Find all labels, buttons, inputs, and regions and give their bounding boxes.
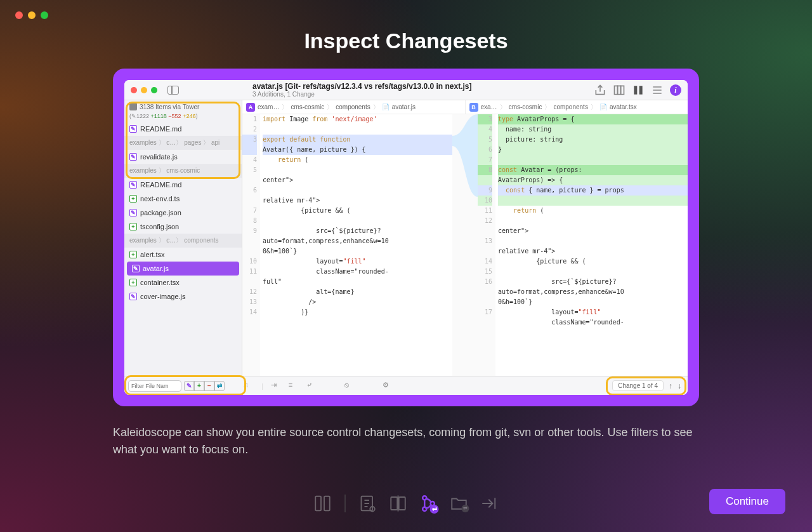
tour-nav-icons: ⇄ ⇄: [312, 493, 501, 514]
list-num-icon[interactable]: ≡: [289, 381, 299, 391]
file-item[interactable]: +alert.tsx: [124, 248, 242, 262]
tour-icon-text[interactable]: [357, 493, 379, 514]
columns-icon[interactable]: [613, 84, 625, 96]
filter-buttons[interactable]: ✎+−⇄: [184, 381, 225, 391]
list-icon[interactable]: [651, 84, 664, 96]
svg-rect-3: [315, 496, 321, 511]
svg-rect-4: [324, 496, 330, 511]
indent-icon[interactable]: ⇥: [271, 381, 281, 391]
change-counter: Change 1 of 4: [612, 380, 664, 391]
file-item[interactable]: +container.tsx: [124, 276, 242, 289]
next-change-button[interactable]: ↓: [678, 382, 681, 390]
outer-traffic-lights[interactable]: [15, 11, 48, 19]
filter-input[interactable]: [128, 380, 181, 392]
svg-rect-2: [621, 86, 624, 94]
breadcrumb-a[interactable]: A exam…〉 cms-cosmic〉 components〉 📄avatar…: [242, 100, 465, 114]
page-description: Kaleidoscope can show you entire source …: [113, 424, 697, 458]
sidebar-toggle-icon[interactable]: [167, 86, 179, 95]
right-pane[interactable]: 34567891011121314151617 type AvatarProps…: [478, 114, 688, 376]
file-item[interactable]: +tsconfig.json: [124, 220, 242, 234]
sidebar-crumb: examples 〉 cms-cosmic: [124, 164, 242, 178]
tower-icon: [129, 103, 137, 110]
settings-icon[interactable]: ⚙: [383, 381, 393, 391]
diff-bridge: [452, 114, 478, 376]
bottom-bar: ✎+−⇄ ⎍ | ⇥ ≡ ⤶ ⦸ ⚙ Change 1 of 4 ↑ ↓: [124, 376, 688, 395]
svg-rect-7: [391, 497, 397, 510]
share-icon[interactable]: [594, 84, 606, 96]
screenshot-frame: avatar.js [Git- refs/tags/v12.3.4 vs ref…: [113, 69, 699, 406]
merge-icon[interactable]: [632, 84, 645, 96]
traffic-lights[interactable]: [131, 87, 157, 93]
page-title: Inspect Changesets: [0, 29, 812, 53]
tour-icon-changeset[interactable]: ⇄: [418, 493, 440, 514]
sidebar-crumb: examples 〉 c…〉 pages 〉 api: [124, 136, 242, 150]
file-item-selected[interactable]: ✎avatar.js: [127, 262, 239, 276]
sidebar-stats: (✎1222 +1118 −552 +246): [124, 113, 242, 122]
wrap-icon[interactable]: ⤶: [306, 381, 317, 391]
svg-rect-8: [399, 497, 405, 510]
sidebar-header: 3138 Items via Tower: [124, 100, 242, 113]
tour-icon-image[interactable]: [388, 493, 409, 514]
file-item[interactable]: ✎README.md: [124, 178, 242, 192]
tour-icon-integrate[interactable]: [479, 493, 501, 514]
tour-icon-folder[interactable]: ⇄: [449, 493, 470, 514]
search-disabled-icon[interactable]: ⦸: [344, 381, 355, 391]
file-item[interactable]: ✎README.md: [124, 122, 242, 136]
info-icon[interactable]: i: [670, 84, 681, 96]
tour-icon-compare[interactable]: [312, 493, 334, 514]
file-item[interactable]: +next-env.d.ts: [124, 192, 242, 206]
file-item[interactable]: ✎package.json: [124, 206, 242, 220]
view-icon[interactable]: ⎍: [244, 381, 254, 391]
window-subtitle: 3 Additions, 1 Change: [252, 91, 472, 98]
file-sidebar: 3138 Items via Tower (✎1222 +1118 −552 +…: [124, 100, 242, 376]
left-pane[interactable]: 1234567891011121314 import Image from 'n…: [242, 114, 452, 376]
continue-button[interactable]: Continue: [709, 489, 785, 514]
prev-change-button[interactable]: ↑: [669, 382, 672, 390]
file-item[interactable]: ✎cover-image.js: [124, 289, 242, 303]
breadcrumb-b[interactable]: B exa…〉 cms-cosmic〉 components〉 📄avatar.…: [465, 100, 688, 114]
window-title: avatar.js [Git- refs/tags/v12.3.4 vs ref…: [252, 82, 472, 91]
sidebar-crumb: examples 〉 c…〉 components: [124, 234, 242, 248]
app-window: avatar.js [Git- refs/tags/v12.3.4 vs ref…: [124, 80, 688, 395]
toolbar: avatar.js [Git- refs/tags/v12.3.4 vs ref…: [124, 80, 688, 100]
file-item[interactable]: ✎revalidate.js: [124, 150, 242, 164]
diff-area: A exam…〉 cms-cosmic〉 components〉 📄avatar…: [242, 100, 688, 376]
